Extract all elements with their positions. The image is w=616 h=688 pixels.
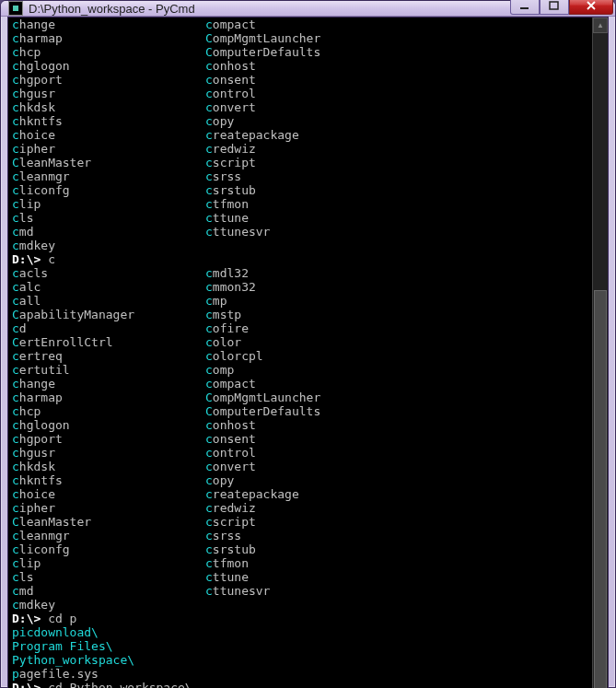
completion-row: chgportconsent <box>12 432 588 446</box>
completion-row: clscttune <box>12 570 588 584</box>
completion-row: chkntfscopy <box>12 473 588 487</box>
completion-row: chgportconsent <box>12 73 588 87</box>
completion-row: charmapCompMgmtLauncher <box>12 391 588 404</box>
scroll-up-button[interactable]: ▲ <box>593 17 608 33</box>
prompt-line: D:\> c <box>12 252 588 266</box>
close-icon <box>586 1 597 10</box>
completion-row: changecompact <box>12 377 588 391</box>
completion-row: clipctfmon <box>12 197 588 211</box>
prompt-line: D:\> cd Python_workspace\ <box>12 681 588 688</box>
completion-row: cdcofire <box>12 321 588 335</box>
svg-rect-1 <box>550 2 558 9</box>
completion-row: clscttune <box>12 211 588 225</box>
completion-row: chgusrcontrol <box>12 87 588 100</box>
completion-row: charmapCompMgmtLauncher <box>12 31 588 45</box>
maximize-button[interactable] <box>540 0 569 15</box>
vertical-scrollbar[interactable]: ▲ ▼ <box>592 17 608 688</box>
completion-row: cmdcttunesvr <box>12 225 588 239</box>
completion-row: cmdkey <box>12 239 588 252</box>
completion-row: chkntfscopy <box>12 114 588 128</box>
completion-row: chglogonconhost <box>12 418 588 432</box>
minimize-icon <box>519 1 530 10</box>
completion-row: cleanmgrcsrss <box>12 169 588 183</box>
completion-row: cmdkey <box>12 598 588 612</box>
completion-row: cmdcttunesvr <box>12 584 588 598</box>
app-window: D:\Python_workspace - PyCmd changecompac… <box>0 0 616 688</box>
completion-row: CleanMastercscript <box>12 515 588 529</box>
window-title: D:\Python_workspace - PyCmd <box>29 2 510 16</box>
scroll-track[interactable] <box>593 33 608 688</box>
completion-row: choicecreatepackage <box>12 128 588 142</box>
completion-row: cliconfgcsrstub <box>12 542 588 556</box>
completion-row: ciphercredwiz <box>12 501 588 515</box>
completion-row: chglogonconhost <box>12 59 588 73</box>
window-controls <box>510 0 613 15</box>
completion-row: chcpComputerDefaults <box>12 404 588 418</box>
scroll-thumb[interactable] <box>594 290 607 688</box>
completion-row: calccmmon32 <box>12 280 588 294</box>
completion-row: chkdskconvert <box>12 460 588 473</box>
client-area: changecompactcharmapCompMgmtLauncherchcp… <box>7 17 609 688</box>
completion-dir: picdownload\ <box>12 625 588 639</box>
completion-row: callcmp <box>12 294 588 308</box>
completion-row: chgusrcontrol <box>12 446 588 460</box>
completion-row: clipctfmon <box>12 556 588 570</box>
minimize-button[interactable] <box>510 0 540 15</box>
completion-file: pagefile.sys <box>12 667 588 681</box>
svg-rect-0 <box>520 7 529 9</box>
completion-row: chkdskconvert <box>12 100 588 114</box>
completion-row: CapabilityManagercmstp <box>12 308 588 321</box>
titlebar[interactable]: D:\Python_workspace - PyCmd <box>1 1 615 17</box>
completion-row: choicecreatepackage <box>12 487 588 501</box>
completion-row: cleanmgrcsrss <box>12 529 588 542</box>
completion-row: CleanMastercscript <box>12 156 588 169</box>
completion-row: certutilcomp <box>12 363 588 377</box>
completion-row: cliconfgcsrstub <box>12 183 588 197</box>
terminal-output[interactable]: changecompactcharmapCompMgmtLauncherchcp… <box>8 17 592 688</box>
completion-dir: Python_workspace\ <box>12 653 588 667</box>
completion-row: caclscmdl32 <box>12 266 588 280</box>
maximize-icon <box>549 1 560 10</box>
app-icon <box>8 1 23 16</box>
completion-row: CertEnrollCtrlcolor <box>12 335 588 349</box>
completion-row: changecompact <box>12 17 588 31</box>
completion-row: certreqcolorcpl <box>12 349 588 363</box>
completion-dir: Program Files\ <box>12 639 588 653</box>
close-button[interactable] <box>569 0 613 15</box>
prompt-line: D:\> cd p <box>12 612 588 625</box>
completion-row: chcpComputerDefaults <box>12 45 588 59</box>
completion-row: ciphercredwiz <box>12 142 588 156</box>
